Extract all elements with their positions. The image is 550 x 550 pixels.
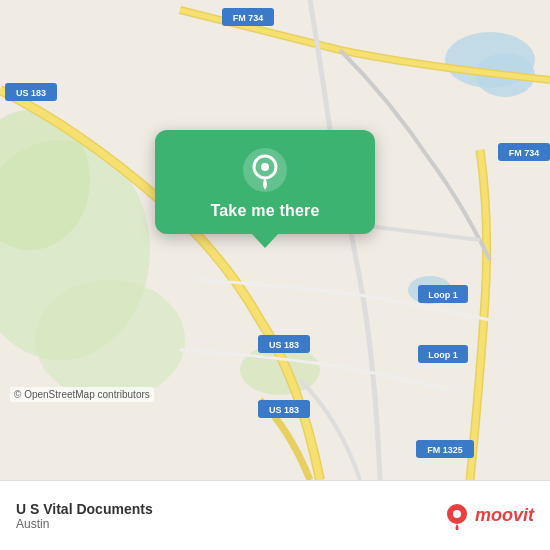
location-pin-icon: [243, 148, 287, 192]
svg-text:US 183: US 183: [269, 340, 299, 350]
svg-text:Loop 1: Loop 1: [428, 290, 458, 300]
svg-text:FM 734: FM 734: [509, 148, 540, 158]
svg-text:US 183: US 183: [269, 405, 299, 415]
svg-point-6: [35, 280, 185, 400]
svg-point-30: [453, 510, 461, 518]
location-name: U S Vital Documents: [16, 501, 153, 517]
location-info: U S Vital Documents Austin: [16, 501, 153, 531]
svg-text:FM 734: FM 734: [233, 13, 264, 23]
svg-text:US 183: US 183: [16, 88, 46, 98]
copyright-text: © OpenStreetMap contributors: [10, 387, 154, 402]
bottom-bar: U S Vital Documents Austin moovit: [0, 480, 550, 550]
map-container: US 183 FM 734 FM 734 US US 183 US 183 Lo…: [0, 0, 550, 480]
svg-point-28: [261, 163, 269, 171]
moovit-logo: moovit: [443, 502, 534, 530]
popup-card[interactable]: Take me there: [155, 130, 375, 234]
location-city: Austin: [16, 517, 153, 531]
svg-text:FM 1325: FM 1325: [427, 445, 463, 455]
moovit-brand-text: moovit: [475, 505, 534, 526]
take-me-there-button[interactable]: Take me there: [210, 202, 319, 220]
moovit-logo-icon: [443, 502, 471, 530]
svg-text:Loop 1: Loop 1: [428, 350, 458, 360]
